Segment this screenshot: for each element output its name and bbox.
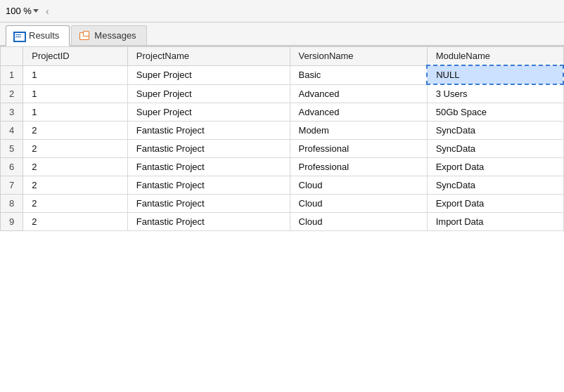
table-header-row: ProjectID ProjectName VersionName Module… [1,47,564,66]
cell-modulename: SyncData [427,122,563,140]
toolbar: 100 % ‹ [0,0,564,22]
zoom-dropdown[interactable]: 100 % [6,6,39,16]
table-row[interactable]: 42Fantastic ProjectModemSyncData [1,122,564,140]
cell-versionname: Modem [290,122,427,140]
cell-modulename: Import Data [427,213,563,231]
cell-rownum: 9 [1,213,23,231]
cell-versionname: Basic [290,65,427,84]
cell-modulename: 3 Users [427,84,563,103]
cell-versionname: Cloud [290,213,427,231]
cell-modulename: NULL [427,65,563,84]
table-row[interactable]: 31Super ProjectAdvanced50Gb Space [1,103,564,122]
cell-projectid: 1 [23,103,128,122]
table-row[interactable]: 11Super ProjectBasicNULL [1,65,564,84]
table-row[interactable]: 82Fantastic ProjectCloudExport Data [1,195,564,213]
zoom-value: 100 % [6,6,32,16]
cell-modulename: Export Data [427,158,563,176]
col-header-projectname: ProjectName [127,47,290,66]
cell-rownum: 2 [1,84,23,103]
cell-rownum: 3 [1,103,23,122]
nav-back-arrow[interactable]: ‹ [43,6,52,17]
cell-versionname: Cloud [290,176,427,195]
cell-projectname: Fantastic Project [127,195,290,213]
messages-tab-icon [79,31,90,41]
cell-projectid: 2 [23,213,128,231]
cell-versionname: Cloud [290,195,427,213]
table-row[interactable]: 92Fantastic ProjectCloudImport Data [1,213,564,231]
cell-projectname: Super Project [127,84,290,103]
results-table: ProjectID ProjectName VersionName Module… [0,46,564,231]
table-row[interactable]: 52Fantastic ProjectProfessionalSyncData [1,140,564,158]
table-row[interactable]: 72Fantastic ProjectCloudSyncData [1,176,564,195]
cell-rownum: 1 [1,65,23,84]
chevron-down-icon[interactable] [33,9,39,13]
cell-projectname: Fantastic Project [127,158,290,176]
tab-results[interactable]: Results [6,25,70,46]
table-row[interactable]: 62Fantastic ProjectProfessionalExport Da… [1,158,564,176]
cell-projectname: Fantastic Project [127,213,290,231]
cell-rownum: 6 [1,158,23,176]
cell-versionname: Professional [290,140,427,158]
cell-rownum: 5 [1,140,23,158]
col-header-projectid: ProjectID [23,47,128,66]
cell-versionname: Advanced [290,103,427,122]
cell-rownum: 7 [1,176,23,195]
cell-projectname: Fantastic Project [127,122,290,140]
cell-projectid: 1 [23,65,128,84]
cell-modulename: Export Data [427,195,563,213]
tabs-bar: Results Messages [0,22,564,46]
cell-modulename: SyncData [427,140,563,158]
cell-rownum: 4 [1,122,23,140]
col-header-modulename: ModuleName [427,47,563,66]
results-tab-icon [13,31,25,41]
cell-versionname: Professional [290,158,427,176]
table-row[interactable]: 21Super ProjectAdvanced3 Users [1,84,564,103]
cell-projectid: 2 [23,122,128,140]
cell-projectname: Super Project [127,65,290,84]
tab-messages[interactable]: Messages [71,25,146,45]
tab-results-label: Results [29,30,59,41]
tab-messages-label: Messages [94,30,136,41]
col-header-rownum [1,47,23,66]
cell-versionname: Advanced [290,84,427,103]
cell-projectname: Fantastic Project [127,140,290,158]
cell-projectid: 2 [23,140,128,158]
col-header-versionname: VersionName [290,47,427,66]
cell-modulename: SyncData [427,176,563,195]
cell-rownum: 8 [1,195,23,213]
cell-projectid: 2 [23,195,128,213]
results-container: ProjectID ProjectName VersionName Module… [0,46,564,392]
cell-projectid: 2 [23,158,128,176]
cell-projectid: 1 [23,84,128,103]
cell-projectid: 2 [23,176,128,195]
cell-projectname: Super Project [127,103,290,122]
cell-projectname: Fantastic Project [127,176,290,195]
cell-modulename: 50Gb Space [427,103,563,122]
